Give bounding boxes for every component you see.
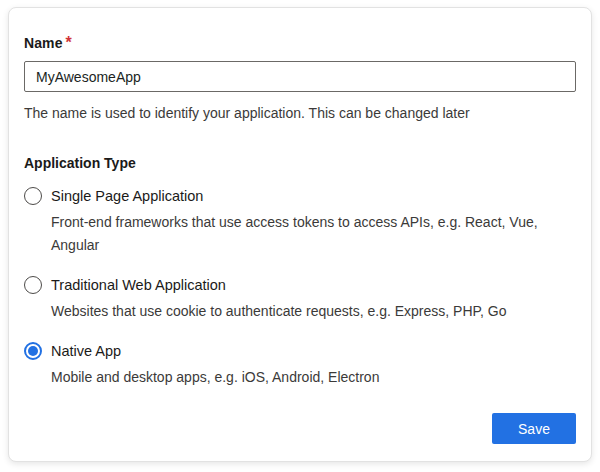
radio-row-native-app[interactable]: Native App [24,342,576,360]
radio-button-icon[interactable] [24,276,42,294]
name-field-label-row: Name* [24,34,576,52]
application-type-label: Application Type [24,155,576,171]
radio-option-label: Single Page Application [51,188,203,204]
radio-option-description: Websites that use cookie to authenticate… [51,300,567,323]
radio-row-traditional-web-application[interactable]: Traditional Web Application [24,276,576,294]
name-input[interactable] [24,61,576,92]
radio-button-icon[interactable] [24,187,42,205]
name-label: Name [24,35,63,51]
name-help-text: The name is used to identify your applic… [24,104,576,122]
save-button[interactable]: Save [492,413,576,444]
radio-row-single-page-application[interactable]: Single Page Application [24,187,576,205]
application-type-radio-group: Single Page Application Front-end framew… [24,187,576,389]
radio-option-description: Front-end frameworks that use access tok… [51,211,567,257]
radio-option-native-app: Native App Mobile and desktop apps, e.g.… [24,342,576,389]
radio-option-traditional-web-application: Traditional Web Application Websites tha… [24,276,576,323]
radio-option-single-page-application: Single Page Application Front-end framew… [24,187,576,257]
required-asterisk: * [66,34,72,51]
application-form-card: Name* The name is used to identify your … [8,7,592,462]
radio-option-label: Traditional Web Application [51,277,226,293]
radio-option-label: Native App [51,343,121,359]
radio-option-description: Mobile and desktop apps, e.g. iOS, Andro… [51,366,567,389]
radio-button-icon-selected[interactable] [24,342,42,360]
